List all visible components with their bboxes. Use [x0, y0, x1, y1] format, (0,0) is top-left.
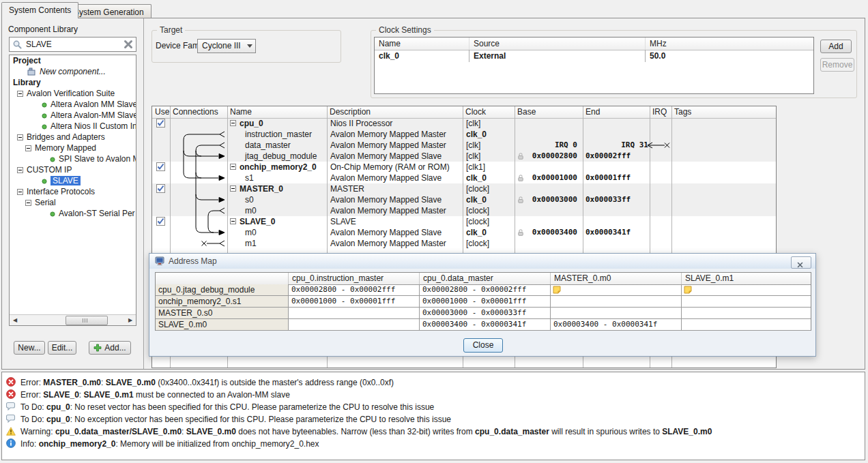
module-row-s0[interactable]: s0Avalon Memory Mapped Slaveclk_00x00003…: [152, 194, 776, 205]
address-map-cell[interactable]: 0x00001000 - 0x00001fff: [288, 296, 419, 307]
address-map-row-slave-0-m0[interactable]: SLAVE_0.m00x00003400 - 0x0000341f0x00003…: [156, 319, 811, 331]
tab-system-generation[interactable]: System Generation: [66, 4, 151, 18]
scroll-right-icon[interactable]: ▶: [126, 316, 135, 324]
address-map-row-onchip-memory2-0-s1[interactable]: onchip_memory2_0.s10x00001000 - 0x00001f…: [156, 296, 811, 308]
console-message[interactable]: To Do: cpu_0: No exception vector has be…: [2, 413, 865, 425]
checkbox-checked-icon[interactable]: [156, 119, 165, 128]
add-button[interactable]: Add...: [89, 341, 131, 355]
tree-item-altera-avalon-mm-slave[interactable]: Altera Avalon MM Slave: [10, 99, 136, 110]
device-family-dropdown[interactable]: Cyclone III: [197, 39, 256, 53]
checkbox-checked-icon[interactable]: [156, 162, 165, 171]
end-cell[interactable]: 0x000033ff: [583, 194, 650, 205]
address-map-cell[interactable]: [681, 284, 812, 295]
checkbox-checked-icon[interactable]: [156, 184, 165, 193]
module-row-onchip-memory2-0[interactable]: onchip_memory2_0On-Chip Memory (RAM or R…: [152, 162, 776, 173]
clock-cell[interactable]: clk_0: [463, 173, 515, 183]
address-map-cell[interactable]: 0x00002800 - 0x00002fff: [419, 284, 550, 295]
module-row-jtag-debug-module[interactable]: jtag_debug_moduleAvalon Memory Mapped Sl…: [152, 151, 776, 162]
expander-icon[interactable]: [230, 120, 236, 126]
address-map-cell[interactable]: [550, 296, 681, 307]
clock-cell[interactable]: [clock]: [463, 216, 515, 227]
tree-item-project[interactable]: Project: [10, 55, 136, 66]
address-map-cell[interactable]: 0x00001000 - 0x00001fff: [419, 296, 550, 307]
expander-icon[interactable]: [17, 134, 23, 140]
module-row-cpu-0[interactable]: cpu_0Nios II Processor[clk]: [152, 118, 776, 129]
clear-search-icon[interactable]: [124, 40, 133, 49]
base-cell[interactable]: IRQ 0: [515, 140, 583, 151]
scrollbar-thumb[interactable]: [66, 316, 108, 325]
checkbox-checked-icon[interactable]: [156, 217, 165, 226]
scroll-left-icon[interactable]: ◀: [10, 316, 20, 324]
module-row-m0[interactable]: m0Avalon Memory Mapped Master[clock]: [152, 205, 776, 216]
expander-icon[interactable]: [230, 185, 236, 192]
irq-connection-arrow[interactable]: [646, 141, 671, 149]
end-cell[interactable]: 0x00001fff: [583, 173, 650, 183]
module-row-data-master[interactable]: data_masterAvalon Memory Mapped Master[c…: [152, 140, 776, 151]
tree-item-altera-nios-ii-custom-inst[interactable]: Altera Nios II Custom Inst: [10, 121, 136, 132]
address-map-row-master-0-s0[interactable]: MASTER_0.s00x00003000 - 0x000033ff: [156, 308, 811, 319]
base-cell[interactable]: 0x00003000: [515, 194, 583, 205]
address-map-row-cpu-0-jtag-debug-module[interactable]: cpu_0.jtag_debug_module0x00002800 - 0x00…: [156, 284, 811, 296]
clock-cell[interactable]: [clock]: [463, 183, 515, 194]
address-map-cell[interactable]: 0x00003000 - 0x000033ff: [419, 308, 550, 318]
tab-system-contents[interactable]: System Contents: [1, 2, 78, 18]
clock-cell[interactable]: clk_0: [463, 227, 515, 238]
console-message[interactable]: Warning: cpu_0.data_master/SLAVE_0.m0: S…: [2, 425, 865, 438]
close-button[interactable]: Close: [463, 338, 503, 353]
component-search-input[interactable]: SLAVE: [9, 37, 136, 52]
tree-item-spi-slave-to-avalon-m[interactable]: SPI Slave to Avalon M: [10, 153, 136, 164]
clock-cell[interactable]: clk_0: [463, 194, 515, 205]
end-cell[interactable]: 0x00002fff: [583, 151, 650, 162]
base-cell[interactable]: 0x00002800: [515, 151, 583, 162]
address-map-cell[interactable]: [550, 284, 681, 295]
clock-remove-button[interactable]: Remove: [820, 58, 854, 72]
expander-icon[interactable]: [230, 164, 236, 170]
console-message[interactable]: Error: MASTER_0.m0: SLAVE_0.m0 (0x3400..…: [2, 376, 865, 389]
base-cell[interactable]: 0x00001000: [515, 173, 583, 183]
clock-add-button[interactable]: Add: [820, 40, 852, 53]
tree-item-avalon-verification-suite[interactable]: Avalon Verification Suite: [10, 88, 136, 99]
tree-item-avalon-st-serial-per[interactable]: Avalon-ST Serial Per: [10, 208, 136, 219]
clock-cell[interactable]: [clock]: [463, 238, 515, 249]
end-cell[interactable]: IRQ 31: [583, 140, 650, 151]
address-map-cell[interactable]: 0x00003400 - 0x0000341f: [550, 319, 681, 330]
address-map-cell[interactable]: 0x00002800 - 0x00002fff: [288, 284, 419, 295]
tree-item-slave[interactable]: SLAVE: [10, 175, 136, 186]
base-cell[interactable]: 0x00003400: [515, 227, 583, 238]
console-message[interactable]: Error: SLAVE_0: SLAVE_0.m1 must be conne…: [2, 389, 865, 401]
connections-graph[interactable]: [170, 118, 227, 249]
expander-icon[interactable]: [17, 91, 23, 97]
expander-icon[interactable]: [25, 145, 31, 151]
tree-item-bridges-and-adapters[interactable]: Bridges and Adapters: [10, 132, 136, 143]
tree-item-library[interactable]: Library: [10, 77, 136, 88]
expander-icon[interactable]: [17, 189, 23, 195]
expander-icon[interactable]: [17, 167, 23, 173]
address-map-cell[interactable]: [288, 308, 419, 318]
module-row-slave-0[interactable]: SLAVE_0SLAVE[clock]: [152, 216, 776, 227]
address-map-cell[interactable]: [288, 319, 419, 330]
console-message[interactable]: To Do: cpu_0: No reset vector has been s…: [2, 401, 865, 413]
new-button[interactable]: New...: [14, 341, 45, 355]
dialog-close-x-button[interactable]: [791, 256, 811, 269]
tree-item-custom-ip[interactable]: CUSTOM IP: [10, 164, 136, 175]
edit-button[interactable]: Edit...: [48, 341, 76, 355]
clock-cell[interactable]: [clk]: [463, 118, 515, 129]
tree-item-interface-protocols[interactable]: Interface Protocols: [10, 186, 136, 197]
clock-row[interactable]: clk_0External50.0: [375, 50, 813, 62]
tree-item-altera-avalon-mm-slave[interactable]: Altera Avalon-MM Slave: [10, 110, 136, 121]
tree-item-memory-mapped[interactable]: Memory Mapped: [10, 143, 136, 153]
console-message[interactable]: Info: onchip_memory2_0: Memory will be i…: [2, 438, 865, 450]
end-cell[interactable]: 0x0000341f: [583, 227, 650, 238]
clock-cell[interactable]: [clk]: [463, 140, 515, 151]
module-row-instruction-master[interactable]: instruction_masterAvalon Memory Mapped M…: [152, 129, 776, 140]
module-row-m0[interactable]: m0Avalon Memory Mapped Slaveclk_00x00003…: [152, 227, 776, 238]
tree-item-serial[interactable]: Serial: [10, 197, 136, 208]
dialog-title-bar[interactable]: Address Map: [149, 254, 815, 269]
module-row-s1[interactable]: s1Avalon Memory Mapped Slaveclk_00x00001…: [152, 173, 776, 183]
module-row-master-0[interactable]: MASTER_0MASTER[clock]: [152, 183, 776, 194]
expander-icon[interactable]: [230, 218, 236, 224]
address-map-cell[interactable]: [681, 296, 812, 307]
tree-horizontal-scrollbar[interactable]: ◀ ▶: [10, 314, 136, 325]
address-map-cell[interactable]: [681, 319, 812, 330]
address-map-cell[interactable]: [681, 308, 812, 318]
